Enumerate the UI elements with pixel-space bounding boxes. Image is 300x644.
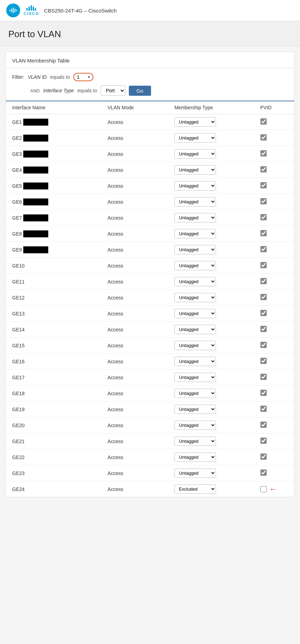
membership-type-select[interactable]: UntaggedTaggedExcludedForbidden bbox=[174, 245, 216, 254]
vlan-mode-cell: Access bbox=[101, 274, 168, 290]
table-row: GE24AccessUntaggedTaggedExcludedForbidde… bbox=[6, 481, 294, 497]
pvid-checkbox[interactable] bbox=[260, 374, 267, 380]
membership-type-cell: UntaggedTaggedExcludedForbidden bbox=[168, 306, 254, 322]
membership-type-select[interactable]: UntaggedTaggedExcludedForbidden bbox=[174, 133, 216, 143]
table-row: GE9AccessUntaggedTaggedExcludedForbidden bbox=[6, 242, 294, 258]
membership-type-select[interactable]: UntaggedTaggedExcludedForbidden bbox=[174, 452, 216, 462]
interface-name-text: GE18 bbox=[12, 391, 25, 396]
go-button[interactable]: Go bbox=[129, 86, 151, 96]
pvid-checkbox[interactable] bbox=[260, 358, 267, 364]
pvid-checkbox[interactable] bbox=[260, 326, 267, 332]
pvid-cell bbox=[254, 258, 294, 274]
membership-type-select[interactable]: UntaggedTaggedExcludedForbidden bbox=[174, 277, 216, 286]
col-header-pvid: PVID bbox=[254, 101, 294, 114]
vlan-mode-cell: Access bbox=[101, 433, 168, 449]
membership-type-select[interactable]: UntaggedTaggedExcludedForbidden bbox=[174, 357, 216, 366]
membership-type-select[interactable]: UntaggedTaggedExcludedForbidden bbox=[174, 197, 216, 206]
vlan-mode-cell: Access bbox=[101, 449, 168, 465]
pvid-checkbox[interactable] bbox=[260, 166, 267, 172]
membership-type-select[interactable]: UntaggedTaggedExcludedForbidden bbox=[174, 484, 216, 494]
interface-name-text: GE9 bbox=[12, 247, 22, 253]
pvid-checkbox[interactable] bbox=[260, 469, 267, 476]
pvid-cell bbox=[254, 385, 294, 401]
pvid-checkbox[interactable] bbox=[260, 198, 267, 204]
pvid-checkbox[interactable] bbox=[260, 454, 267, 460]
membership-type-select[interactable]: UntaggedTaggedExcludedForbidden bbox=[174, 468, 216, 478]
membership-type-select[interactable]: UntaggedTaggedExcludedForbidden bbox=[174, 261, 216, 270]
table-row: GE11AccessUntaggedTaggedExcludedForbidde… bbox=[6, 274, 294, 290]
membership-type-cell: UntaggedTaggedExcludedForbidden bbox=[168, 417, 254, 433]
table-row: GE6AccessUntaggedTaggedExcludedForbidden bbox=[6, 194, 294, 210]
membership-type-select[interactable]: UntaggedTaggedExcludedForbidden bbox=[174, 389, 216, 398]
membership-type-select[interactable]: UntaggedTaggedExcludedForbidden bbox=[174, 165, 216, 175]
filter-label: Filter: bbox=[12, 74, 24, 80]
pvid-cell bbox=[254, 194, 294, 210]
interface-name-text: GE8 bbox=[12, 231, 22, 237]
interface-name-text: GE4 bbox=[12, 167, 22, 173]
interface-type-select[interactable]: Port LAG All bbox=[101, 85, 125, 96]
interface-name-text: GE21 bbox=[12, 439, 25, 444]
main-content: VLAN Membership Table Filter: VLAN ID eq… bbox=[6, 52, 294, 497]
vlan-mode-cell: Access bbox=[101, 322, 168, 338]
redacted-block bbox=[23, 183, 48, 189]
pvid-checkbox[interactable] bbox=[260, 230, 267, 236]
membership-type-select[interactable]: UntaggedTaggedExcludedForbidden bbox=[174, 293, 216, 302]
membership-type-select[interactable]: UntaggedTaggedExcludedForbidden bbox=[174, 405, 216, 414]
interface-name-text: GE15 bbox=[12, 343, 25, 348]
vlan-id-select[interactable]: 1 2 3 10 20 100 bbox=[77, 74, 86, 80]
pvid-checkbox[interactable] bbox=[260, 246, 267, 252]
pvid-checkbox[interactable] bbox=[260, 262, 267, 268]
redacted-block bbox=[23, 214, 48, 221]
membership-type-select[interactable]: UntaggedTaggedExcludedForbidden bbox=[174, 181, 216, 190]
membership-type-select[interactable]: UntaggedTaggedExcludedForbidden bbox=[174, 421, 216, 430]
membership-type-cell: UntaggedTaggedExcludedForbidden bbox=[168, 178, 254, 194]
redacted-block bbox=[23, 119, 48, 126]
interface-name-cell: GE8 bbox=[6, 226, 101, 242]
nav-icon[interactable] bbox=[6, 3, 20, 17]
membership-type-cell: UntaggedTaggedExcludedForbidden bbox=[168, 465, 254, 481]
interface-name-cell: GE19 bbox=[6, 401, 101, 417]
pvid-checkbox[interactable] bbox=[260, 406, 267, 412]
membership-type-cell: UntaggedTaggedExcludedForbidden bbox=[168, 290, 254, 306]
pvid-checkbox[interactable] bbox=[260, 278, 267, 284]
pvid-checkbox[interactable] bbox=[260, 390, 267, 396]
membership-type-cell: UntaggedTaggedExcludedForbidden bbox=[168, 114, 254, 130]
interface-name-text: GE1 bbox=[12, 119, 22, 125]
interface-name-cell: GE16 bbox=[6, 354, 101, 370]
membership-type-cell: UntaggedTaggedExcludedForbidden bbox=[168, 401, 254, 417]
membership-type-select[interactable]: UntaggedTaggedExcludedForbidden bbox=[174, 117, 216, 127]
pvid-checkbox[interactable] bbox=[260, 182, 267, 188]
membership-type-select[interactable]: UntaggedTaggedExcludedForbidden bbox=[174, 437, 216, 446]
membership-type-select[interactable]: UntaggedTaggedExcludedForbidden bbox=[174, 341, 216, 350]
cisco-text: CISCO bbox=[24, 11, 39, 16]
pvid-checkbox[interactable] bbox=[260, 422, 267, 428]
redacted-block bbox=[23, 246, 48, 253]
pvid-checkbox[interactable] bbox=[260, 438, 267, 444]
interface-name-cell: GE14 bbox=[6, 322, 101, 338]
pvid-checkbox[interactable] bbox=[260, 294, 267, 300]
pvid-checkbox[interactable] bbox=[260, 150, 267, 156]
membership-type-cell: UntaggedTaggedExcludedForbidden bbox=[168, 433, 254, 449]
membership-type-cell: UntaggedTaggedExcludedForbidden bbox=[168, 194, 254, 210]
vlan-mode-cell: Access bbox=[101, 242, 168, 258]
membership-type-select[interactable]: UntaggedTaggedExcludedForbidden bbox=[174, 309, 216, 318]
pvid-checkbox[interactable] bbox=[260, 214, 267, 220]
pvid-checkbox[interactable] bbox=[260, 134, 267, 141]
table-row: GE13AccessUntaggedTaggedExcludedForbidde… bbox=[6, 306, 294, 322]
pvid-cell bbox=[254, 354, 294, 370]
membership-type-select[interactable]: UntaggedTaggedExcludedForbidden bbox=[174, 373, 216, 382]
membership-type-select[interactable]: UntaggedTaggedExcludedForbidden bbox=[174, 229, 216, 238]
pvid-checkbox[interactable] bbox=[260, 342, 267, 348]
vlan-mode-cell: Access bbox=[101, 146, 168, 162]
table-header-row: Interface Name VLAN Mode Membership Type… bbox=[6, 101, 294, 114]
pvid-checkbox[interactable] bbox=[260, 118, 267, 125]
vlan-mode-cell: Access bbox=[101, 465, 168, 481]
pvid-checkbox[interactable] bbox=[260, 486, 267, 492]
filter-row-1: Filter: VLAN ID equals to 1 2 3 10 20 10… bbox=[6, 68, 294, 84]
membership-type-select[interactable]: UntaggedTaggedExcludedForbidden bbox=[174, 213, 216, 222]
interface-name-cell: GE22 bbox=[6, 449, 101, 465]
pvid-checkbox[interactable] bbox=[260, 310, 267, 316]
vlan-mode-cell: Access bbox=[101, 370, 168, 385]
membership-type-select[interactable]: UntaggedTaggedExcludedForbidden bbox=[174, 325, 216, 334]
membership-type-select[interactable]: UntaggedTaggedExcludedForbidden bbox=[174, 149, 216, 159]
